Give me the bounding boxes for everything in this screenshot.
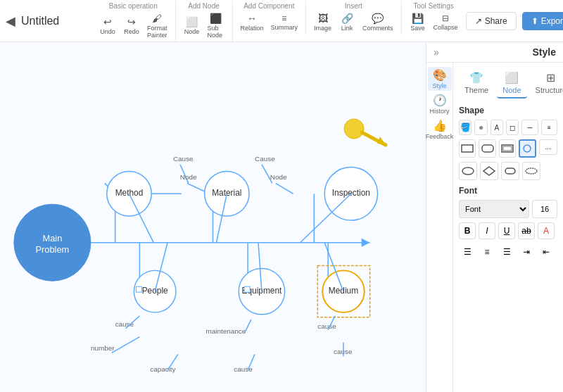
toolbar-group-add-node: Add Node ⬜Node ⬛Sub Node [176, 1, 233, 42]
svg-line-36 [112, 337, 140, 353]
font-color-button[interactable]: A [538, 222, 555, 239]
export-icon: ⬆ [531, 16, 538, 26]
svg-rect-61 [503, 146, 512, 151]
color-row: 🪣 ● A ◻ ─ ≡ [459, 120, 557, 135]
shape-oval[interactable] [459, 162, 477, 180]
redo-button[interactable]: ↪Redo [121, 15, 142, 37]
indent-out-button[interactable]: ⇤ [538, 244, 555, 260]
underline-button[interactable]: U [498, 222, 515, 239]
shape-rounded-rect[interactable] [479, 139, 495, 158]
tab-node[interactable]: ⬜ Node [497, 68, 526, 99]
main-area: Main Problem Method Cause Node Material … [0, 42, 563, 392]
svg-marker-64 [483, 167, 495, 175]
strikethrough-button[interactable]: ab [518, 222, 535, 239]
side-icon-strip: 🎨 Style 🕐 History 👍 Feedback [426, 63, 453, 392]
svg-text:cause: cause [317, 322, 336, 330]
shape-row-2 [459, 162, 557, 180]
feedback-icon: 👍 [433, 119, 447, 132]
share-icon: ↗ [475, 16, 482, 26]
style-side-button[interactable]: 🎨 Style [428, 67, 452, 91]
svg-point-66 [526, 168, 537, 174]
summary-button[interactable]: ≡Summary [269, 12, 301, 32]
document-title: Untitled [21, 15, 77, 27]
svg-text:Inspection: Inspection [332, 188, 370, 198]
svg-text:Cause: Cause [255, 155, 275, 163]
svg-rect-65 [505, 168, 515, 174]
relation-button[interactable]: ↔Relation [239, 11, 266, 33]
panel-expand-button[interactable]: » [434, 46, 439, 58]
feedback-side-button[interactable]: 👍 Feedback [428, 118, 452, 141]
shape-diamond[interactable] [480, 162, 498, 180]
fishbone-diagram: Main Problem Method Cause Node Material … [0, 42, 426, 392]
theme-icon: 👕 [469, 71, 483, 84]
indent-in-button[interactable]: ⇥ [518, 244, 535, 260]
arrow-indicator [343, 118, 400, 153]
align-center-button[interactable]: ≡ [479, 244, 495, 260]
shape-double-rect[interactable] [499, 139, 516, 158]
svg-text:Main: Main [42, 233, 62, 244]
svg-text:Node: Node [180, 173, 197, 181]
font-style-row: B I U ab A [459, 222, 557, 239]
line-width-button[interactable]: ≡ [541, 120, 557, 135]
group-label-insert: Insert [345, 2, 362, 10]
format-painter-button[interactable]: 🖌Format Painter [145, 11, 170, 40]
svg-text:Method: Method [115, 188, 144, 198]
fill-color-button[interactable]: 🪣 [459, 120, 472, 135]
node-button[interactable]: ⬜Node [182, 15, 203, 37]
header: ◀ Untitled Basic operation ↩Undo ↪Redo 🖌… [0, 0, 563, 42]
diagram-canvas[interactable]: Main Problem Method Cause Node Material … [0, 42, 426, 392]
undo-button[interactable]: ↩Undo [97, 15, 118, 37]
shadow-button[interactable]: ◻ [506, 120, 519, 135]
svg-rect-32 [136, 286, 141, 292]
svg-text:Node: Node [270, 173, 287, 181]
svg-text:maintenance: maintenance [206, 327, 246, 335]
toolbar-group-tool-settings: Tool Settings 💾Save ⊟Collapse [402, 1, 466, 34]
style-tabs: 👕 Theme ⬜ Node ⊞ Structure [459, 68, 557, 99]
tab-structure[interactable]: ⊞ Structure [530, 68, 563, 99]
panel-header: » Style [426, 42, 563, 63]
font-size-input[interactable] [532, 200, 557, 218]
svg-text:capacity: capacity [150, 365, 175, 373]
svg-rect-42 [244, 286, 250, 292]
history-icon: 🕐 [433, 94, 447, 107]
header-right: ↗ Share ⬆ Export [466, 12, 563, 30]
shape-stadium[interactable] [501, 162, 519, 180]
svg-rect-60 [502, 145, 513, 152]
toolbar-group-insert: Insert 🖼Image 🔗Link 💬Comments [306, 1, 402, 34]
text-color-button[interactable]: A [491, 120, 503, 135]
svg-text:Material: Material [212, 188, 241, 198]
align-right-button[interactable]: ☰ [498, 244, 515, 260]
toolbar: Basic operation ↩Undo ↪Redo 🖌Format Pain… [91, 1, 466, 42]
comments-button[interactable]: 💬Comments [360, 11, 396, 33]
share-button[interactable]: ↗ Share [466, 12, 517, 30]
right-panel: » Style 🎨 Style 🕐 History 👍 Feedback [426, 42, 563, 392]
shape-row-1: … [459, 139, 557, 158]
shape-capsule[interactable] [522, 162, 540, 180]
sub-node-button[interactable]: ⬛Sub Node [205, 11, 227, 40]
shape-rect[interactable] [459, 139, 476, 158]
panel-title: Style [533, 46, 556, 58]
panel-body: 🎨 Style 🕐 History 👍 Feedback 👕 [426, 63, 563, 392]
export-button[interactable]: ⬆ Export [522, 12, 563, 30]
font-family-select[interactable]: Font [459, 200, 529, 218]
node-tab-icon: ⬜ [505, 71, 519, 84]
structure-icon: ⊞ [546, 71, 555, 84]
group-label-tool-settings: Tool Settings [413, 2, 453, 10]
line-style-button[interactable]: ─ [521, 120, 538, 135]
tab-theme[interactable]: 👕 Theme [459, 68, 494, 99]
align-left-button[interactable]: ☰ [459, 244, 476, 260]
image-button[interactable]: 🖼Image [312, 11, 334, 33]
shape-circle[interactable] [519, 139, 536, 158]
save-button[interactable]: 💾Save [407, 11, 429, 33]
history-side-button[interactable]: 🕐 History [428, 92, 452, 116]
more-shapes-button[interactable]: … [539, 139, 557, 155]
italic-button[interactable]: I [479, 222, 495, 239]
toolbar-group-add-component: Add Component ↔Relation ≡Summary [233, 1, 307, 34]
border-color-button[interactable]: ● [474, 120, 487, 135]
svg-rect-58 [462, 145, 473, 152]
svg-point-63 [462, 167, 474, 175]
back-button[interactable]: ◀ [6, 13, 15, 29]
bold-button[interactable]: B [459, 222, 476, 239]
collapse-button[interactable]: ⊟Collapse [431, 12, 460, 32]
link-button[interactable]: 🔗Link [336, 11, 358, 33]
